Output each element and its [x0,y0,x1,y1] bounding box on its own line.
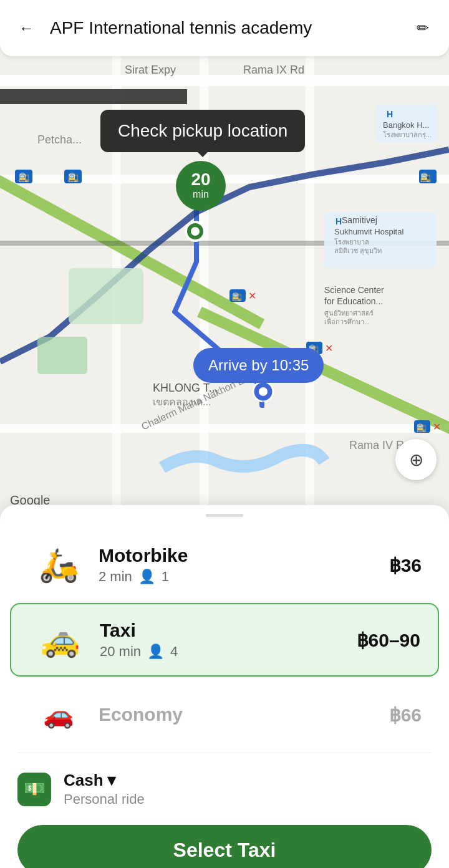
back-button[interactable]: ← [12,14,40,42]
person-icon: 👤 [138,569,155,585]
taxi-name: Taxi [100,620,357,641]
svg-rect-4 [112,0,121,518]
svg-rect-11 [69,268,143,324]
location-icon: ⊕ [409,450,423,470]
svg-text:Rama IX Rd: Rama IX Rd [243,64,304,76]
edit-button[interactable]: ✏ [409,14,437,42]
svg-text:🚉: 🚉 [417,422,427,433]
motorbike-meta: 2 min 👤 1 [99,569,389,585]
motorbike-price: ฿36 [389,554,422,576]
svg-rect-12 [37,337,87,374]
svg-text:🚉: 🚉 [420,172,432,183]
chevron-down-icon: ▾ [107,771,115,790]
svg-rect-5 [200,0,208,518]
header: ← APF International tennis academy ✏ [0,0,449,56]
arrive-bubble: Arrive by 10:35 [193,348,324,383]
svg-text:H: H [336,216,342,226]
back-icon: ← [19,19,34,37]
ride-option-economy[interactable]: 🚗 Economy ฿66 [10,679,439,750]
destination-pin [252,380,274,410]
svg-text:KHLONG T...: KHLONG T... [153,382,218,394]
select-taxi-button[interactable]: Select Taxi [17,825,432,868]
wallet-icon: 💵 [24,779,46,799]
time-unit: min [193,188,209,200]
economy-price: ฿66 [389,704,422,726]
svg-text:✕: ✕ [433,422,441,432]
economy-info: Economy [90,704,389,725]
svg-rect-1 [0,75,449,86]
pickup-tooltip-text: Check pickup location [118,121,287,140]
motorbike-name: Motorbike [99,545,389,566]
time-badge[interactable]: 20 min [176,161,226,211]
svg-text:H: H [387,109,393,119]
svg-text:🚉: 🚉 [232,291,243,302]
motorbike-icon: 🛵 [27,543,90,587]
motorbike-info: Motorbike 2 min 👤 1 [90,545,389,585]
svg-text:Sirat Expy: Sirat Expy [125,64,176,76]
svg-text:โรงพยาบาลกรุ...: โรงพยาบาลกรุ... [383,130,432,139]
payment-row[interactable]: 💵 Cash ▾ Personal ride [0,756,449,817]
payment-type: Personal ride [64,791,432,808]
person-icon-taxi: 👤 [147,644,164,660]
edit-icon: ✏ [417,19,429,37]
time-number: 20 [191,171,210,188]
payment-method: Cash ▾ [64,771,432,790]
svg-text:🚉: 🚉 [68,172,79,183]
taxi-meta: 20 min 👤 4 [100,644,357,660]
economy-icon: 🚗 [27,693,90,736]
svg-text:Samitivej: Samitivej [342,215,377,225]
svg-text:ศูนย์วิทยาศาสตร์: ศูนย์วิทยาศาสตร์ [324,309,374,317]
taxi-price: ฿60–90 [357,629,420,651]
location-button[interactable]: ⊕ [395,439,437,480]
ride-option-motorbike[interactable]: 🛵 Motorbike 2 min 👤 1 ฿36 [10,529,439,600]
pickup-dot [185,221,206,242]
svg-text:Bangkok H...: Bangkok H... [383,120,429,130]
taxi-info: Taxi 20 min 👤 4 [91,620,357,660]
cash-icon: 💵 [17,773,51,806]
taxi-icon: 🚕 [29,618,91,662]
payment-info: Cash ▾ Personal ride [64,771,432,808]
svg-text:Petcha...: Petcha... [37,133,82,146]
svg-text:Sukhumvit Hospital: Sukhumvit Hospital [334,227,403,236]
svg-text:เพื่อการศึกษา...: เพื่อการศึกษา... [324,317,370,326]
destination-display: APF International tennis academy [50,18,399,38]
sheet-handle [206,514,243,517]
bottom-sheet: 🛵 Motorbike 2 min 👤 1 ฿36 🚕 Taxi 20 min … [0,505,449,868]
svg-text:โรงพยาบาล: โรงพยาบาล [334,238,369,246]
economy-name: Economy [99,704,389,725]
arrive-text: Arrive by 10:35 [208,357,309,374]
pickup-tooltip[interactable]: Check pickup location [100,110,305,152]
svg-text:🚉: 🚉 [19,172,30,183]
svg-text:เขตคลองเต...: เขตคลองเต... [153,397,211,407]
svg-text:for Education...: for Education... [324,296,383,306]
svg-rect-3 [0,424,449,433]
svg-point-50 [259,387,268,396]
divider [17,753,432,753]
map-container: Sirat Expy Rama IX Rd Petcha... Chalerm … [0,0,449,518]
ride-option-taxi[interactable]: 🚕 Taxi 20 min 👤 4 ฿60–90 [10,603,439,677]
svg-text:✕: ✕ [325,343,333,354]
svg-text:✕: ✕ [248,291,256,301]
svg-text:Science Center: Science Center [324,285,384,295]
svg-text:สมิติเวช สุขุมวิท: สมิติเวช สุขุมวิท [334,247,382,255]
svg-rect-6 [306,0,314,518]
